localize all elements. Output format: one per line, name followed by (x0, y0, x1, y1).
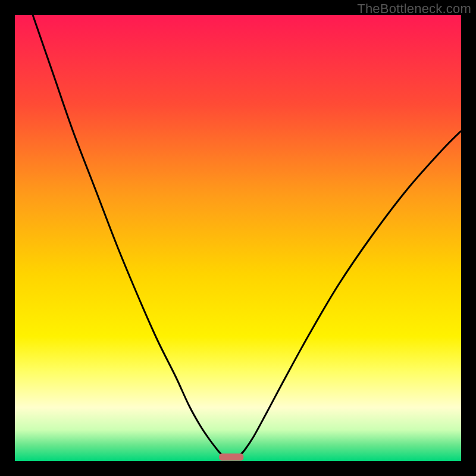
chart-svg (15, 15, 461, 461)
chart-frame: TheBottleneck.com (0, 0, 476, 476)
plot-area (15, 15, 461, 461)
gradient-background (15, 15, 461, 461)
minimum-marker (219, 453, 243, 461)
